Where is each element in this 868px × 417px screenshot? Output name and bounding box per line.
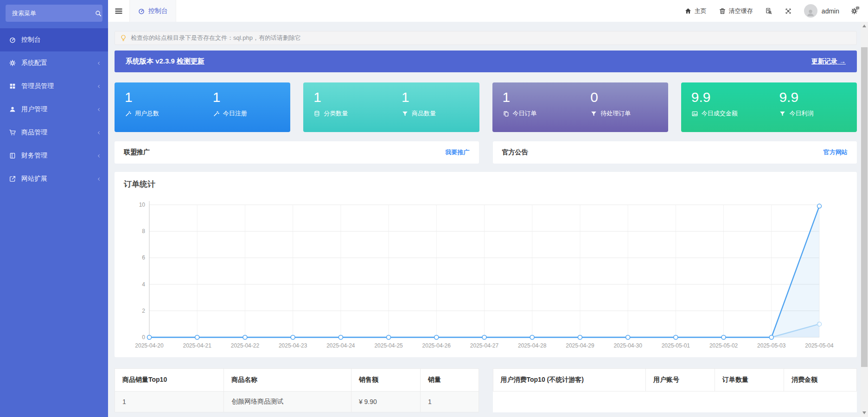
doc-search-icon [765,7,772,15]
svg-text:2025-05-01: 2025-05-01 [662,342,690,349]
svg-text:2025-04-24: 2025-04-24 [326,342,355,349]
chevron-left-icon [96,107,102,112]
sidebar-item-2[interactable]: 系统配置 [0,51,108,75]
stat-value: 1 [313,89,391,105]
stat-label: 待处理订单 [600,109,631,118]
sidebar-item-label: 网站扩展 [21,175,91,183]
fullscreen-button[interactable] [785,7,792,15]
stat-value: 1 [125,89,203,105]
clear-cache-button[interactable]: 清空缓存 [719,7,753,15]
check-update-link[interactable]: 检测更新 [177,57,204,65]
tab-dashboard[interactable]: 控制台 [129,0,176,22]
svg-text:10: 10 [139,202,146,208]
cart-icon [9,129,16,136]
wand-icon [213,110,220,117]
image-icon [691,110,698,117]
stat-cards: 1用户总数1今日注册1分类数量1商品数量1今日订单0待处理订单9.9今日成交金额… [115,82,857,132]
sidebar-item-1[interactable]: 控制台 [0,28,108,51]
panel-title: 联盟推广 [124,148,150,157]
column-header: 用户账号 [645,369,715,392]
sidebar-toggle-button[interactable] [108,0,129,22]
vertical-scrollbar[interactable] [861,22,868,417]
settings-button[interactable] [851,6,861,16]
dashboard-icon [138,7,145,15]
sidebar-item-label: 用户管理 [21,105,91,114]
sidebar-item-5[interactable]: 商品管理 [0,121,108,144]
chevron-left-icon [96,61,102,66]
panel-link[interactable]: 我要推广 [446,148,470,157]
stat: 0待处理订单 [580,82,668,132]
clear-cache-button-label: 清空缓存 [729,7,753,15]
stat-card-2: 1分类数量1商品数量 [303,82,479,132]
trash-icon [719,7,726,15]
column-header: 商品名称 [224,369,351,392]
column-header: 用户消费Top10 (不统计游客) [493,369,645,392]
order-stats-card: 订单统计 02468102025-04-202025-04-212025-04-… [115,172,857,357]
stat: 9.9今日成交金额 [681,82,769,132]
stat-value: 9.9 [691,89,769,105]
home-button[interactable]: 主页 [684,7,707,15]
home-icon [684,7,692,15]
table-cell: 1 [115,392,224,412]
svg-text:2025-04-26: 2025-04-26 [422,342,451,349]
chevron-left-icon [96,153,102,158]
stat: 1今日注册 [203,82,291,132]
stat-label: 分类数量 [324,109,348,118]
user-icon [9,106,16,113]
topbar-actions: 主页清空缓存admin [684,0,868,22]
stat-card-3: 1今日订单0待处理订单 [492,82,668,132]
svg-text:2025-04-21: 2025-04-21 [183,342,212,349]
table-card-2: 用户消费Top10 (不统计游客)用户账号订单数量消费金额 [493,368,857,412]
svg-text:2025-05-04: 2025-05-04 [805,342,834,349]
topbar: 控制台 主页清空缓存admin [108,0,868,22]
version-banner: 系统版本 v2.3.9 检测更新 更新记录 → [115,51,857,72]
bottom-tables: 商品销量Top10商品名称销售额销量1创颜网络商品测试¥ 9.901用户消费To… [115,368,857,412]
column-header: 销售额 [351,369,420,392]
funnel-icon [590,110,597,117]
fullscreen-icon [785,7,792,15]
chevron-left-icon [96,130,102,135]
table-cell: ¥ 9.90 [351,392,420,412]
sidebar-item-4[interactable]: 用户管理 [0,98,108,121]
stat-card-4: 9.9今日成交金额9.9今日利润 [681,82,857,132]
user-consumption-table: 用户消费Top10 (不统计游客)用户账号订单数量消费金额 [493,368,857,392]
svg-text:2025-04-30: 2025-04-30 [613,342,642,349]
stat: 1今日订单 [492,82,581,132]
database-icon [313,110,320,117]
stat: 9.9今日利润 [769,82,857,132]
home-button-label: 主页 [695,7,707,15]
book-icon [9,152,16,159]
scrollbar-thumb[interactable] [861,47,868,367]
stat-label: 今日注册 [223,109,247,118]
stat-value: 9.9 [779,89,857,105]
sidebar: 控制台系统配置管理员管理用户管理商品管理财务管理网站扩展 [0,0,108,417]
stat-value: 1 [213,89,291,105]
sidebar-item-label: 管理员管理 [21,82,91,90]
stat-value: 0 [590,89,668,105]
search-icon[interactable] [95,10,102,17]
svg-text:2025-04-25: 2025-04-25 [374,342,403,349]
panel-link[interactable]: 官方网站 [823,148,848,157]
svg-text:2025-04-27: 2025-04-27 [470,342,499,349]
update-history-link[interactable]: 更新记录 → [811,57,846,65]
table-cell: 1 [420,392,479,412]
sidebar-item-3[interactable]: 管理员管理 [0,75,108,98]
dashboard-icon [9,36,16,44]
user-menu[interactable]: admin [804,4,839,18]
stat-label: 今日利润 [789,109,813,118]
svg-text:2: 2 [142,308,145,314]
sidebar-search-box [6,5,102,22]
sidebar-item-6[interactable]: 财务管理 [0,144,108,167]
sidebar-item-7[interactable]: 网站扩展 [0,167,108,190]
stat: 1用户总数 [115,82,203,132]
svg-text:2025-04-22: 2025-04-22 [231,342,260,349]
svg-text:2025-04-29: 2025-04-29 [566,342,594,349]
scroll-up-arrow[interactable] [861,23,868,29]
version-text: 系统版本 v2.3.9 [126,57,175,65]
log-button[interactable] [765,7,772,15]
scroll-down-arrow[interactable] [861,410,868,416]
search-input[interactable] [11,9,95,17]
hamburger-icon [114,6,123,16]
column-header: 商品销量Top10 [115,369,224,392]
svg-text:2025-05-02: 2025-05-02 [709,342,738,349]
